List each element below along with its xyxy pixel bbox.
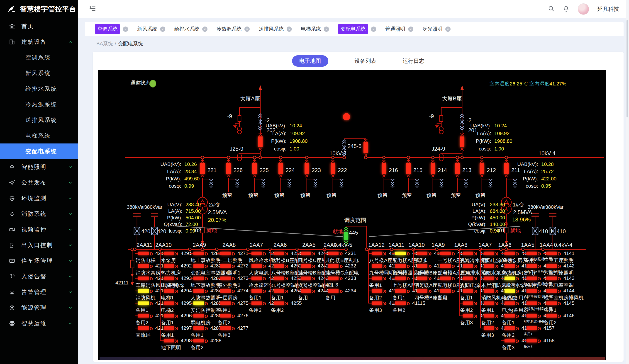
close-icon[interactable]: × [123,26,128,32]
feeder-breaker[interactable] [546,251,557,255]
feeder-breaker[interactable] [463,289,473,293]
feeder-breaker[interactable] [546,289,557,293]
feeder-4232[interactable]: »4232 [324,264,356,268]
feeder-breaker[interactable] [372,264,382,268]
breadcrumb-root[interactable]: BA系统 [96,41,113,46]
feeder-breaker[interactable] [301,264,311,268]
feeder-breaker[interactable] [193,301,204,305]
feeder-4244[interactable]: »4244 [297,289,329,293]
feeder-4271[interactable]: »4271 [217,251,249,255]
feeder-breaker[interactable] [504,339,515,343]
diagram-scroll-strip[interactable] [100,357,605,360]
sidebar-item-送排风系统[interactable]: 送排风系统 [0,112,78,128]
feeder-breaker[interactable] [164,264,174,268]
feeder-4157[interactable]: »4157 [523,326,555,330]
tab-空调系统[interactable]: 空调系统× [95,24,128,34]
user-avatar[interactable] [578,3,589,15]
feeder-breaker[interactable] [484,251,494,255]
feeder-breaker[interactable] [138,251,149,255]
view-tab-设备列表[interactable]: 设备列表 [355,55,376,67]
close-icon[interactable]: × [244,26,250,32]
search-icon[interactable] [548,5,555,13]
feeder-breaker[interactable] [138,301,149,305]
sidebar-item-给排水系统[interactable]: 给排水系统 [0,81,78,97]
feeder-breaker[interactable] [301,251,311,255]
feeder-4274[interactable]: »4274 [217,289,249,293]
tab-冷热源系统[interactable]: 冷热源系统× [217,26,250,32]
sidebar-item-空调系统[interactable]: 空调系统 [0,50,78,65]
page-scrollbar[interactable] [626,0,629,364]
feeder-breaker[interactable] [463,264,473,268]
feeder-breaker[interactable] [417,276,427,280]
feeder-41115[interactable]: »41115 [392,301,425,305]
feeder-breaker[interactable] [504,289,515,293]
feeder-breaker[interactable] [526,276,537,280]
feeder-breaker[interactable] [193,339,204,343]
feeder-4143[interactable]: »4143 [543,276,575,280]
feeder-4295[interactable]: »4295 [160,301,192,305]
feeder-breaker[interactable] [220,301,231,305]
feeder-breaker[interactable] [138,264,149,268]
feeder-breaker[interactable] [440,276,451,280]
feeder-breaker[interactable] [372,276,382,280]
feeder-4141[interactable]: »4141 [543,251,575,255]
tab-送排风系统[interactable]: 送排风系统× [259,26,292,32]
feeder-breaker[interactable] [164,326,174,330]
close-icon[interactable]: × [202,26,207,32]
feeder-breaker[interactable] [395,251,406,255]
sidebar-item-冷热源系统[interactable]: 冷热源系统 [0,97,78,112]
feeder-breaker[interactable] [546,276,557,280]
feeder-4231[interactable]: »4231 [324,251,356,255]
feeder-4296[interactable]: »4296 [160,314,192,318]
feeder-breaker[interactable] [251,301,262,305]
feeder-breaker[interactable] [193,276,204,280]
feeder-breaker[interactable] [440,264,451,268]
feeder-breaker[interactable] [220,289,231,293]
feeder-breaker[interactable] [372,289,382,293]
notification-bell-icon[interactable] [563,5,570,13]
feeder-breaker[interactable] [440,251,451,255]
feeder-breaker[interactable] [220,276,231,280]
close-icon[interactable]: × [408,26,413,32]
feeder-breaker[interactable] [484,314,494,318]
feeder-breaker[interactable] [220,326,231,330]
close-icon[interactable]: × [445,26,451,32]
feeder-breaker[interactable] [328,251,338,255]
feeder-breaker[interactable] [138,289,149,293]
feeder-4158[interactable]: »4158 [523,339,555,343]
feeder-breaker[interactable] [274,289,284,293]
feeder-breaker[interactable] [484,264,494,268]
feeder-4144[interactable]: »4144 [543,289,575,293]
feeder-breaker[interactable] [251,289,262,293]
sidebar-item-变配电系统[interactable]: 变配电系统 [0,143,78,159]
feeder-breaker[interactable] [440,289,451,293]
feeder-4241[interactable]: »4241 [297,251,329,255]
feeder-breaker[interactable] [328,289,338,293]
feeder-breaker[interactable] [328,264,338,268]
feeder-breaker[interactable] [301,276,311,280]
feeder-breaker[interactable] [395,276,406,280]
feeder-breaker[interactable] [372,251,382,255]
tab-泛光照明[interactable]: 泛光照明× [422,26,451,32]
feeder-breaker[interactable] [463,314,473,318]
feeder-breaker[interactable] [484,276,494,280]
feeder-breaker[interactable] [504,301,515,305]
feeder-breaker[interactable] [251,251,262,255]
feeder-breaker[interactable] [220,314,231,318]
close-icon[interactable]: × [371,26,376,32]
feeder-breaker[interactable] [504,326,515,330]
sidebar-item-出入口控制[interactable]: 出入口控制 [0,237,78,253]
feeder-breaker[interactable] [417,289,427,293]
feeder-breaker[interactable] [251,276,262,280]
sidebar-item-停车场管理[interactable]: 停车场管理 [0,253,78,269]
feeder-breaker[interactable] [504,314,515,318]
tab-新风系统[interactable]: 新风系统× [137,26,165,32]
feeder-breaker[interactable] [526,301,537,305]
feeder-breaker[interactable] [526,326,537,330]
feeder-4297[interactable]: »4297 [160,326,192,330]
feeder-4272[interactable]: »4272 [217,264,249,268]
feeder-breaker[interactable] [463,276,473,280]
close-icon[interactable]: × [160,26,165,32]
feeder-breaker[interactable] [164,301,174,305]
feeder-4288[interactable]: »4288 [190,339,222,343]
